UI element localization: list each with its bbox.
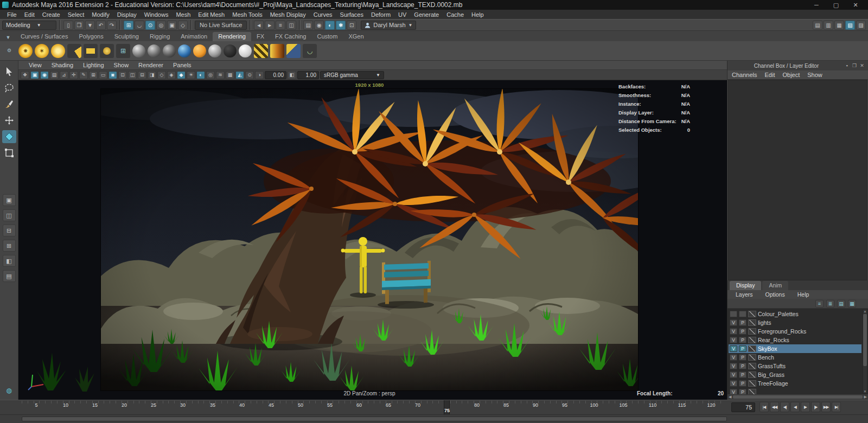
grid-toggle-icon[interactable]: ⊞ (89, 71, 98, 79)
layer-name[interactable]: Foreground_Rocks (758, 328, 806, 335)
channel-box-attribute-area[interactable] (728, 80, 867, 280)
minimize-button[interactable]: ─ (810, 2, 822, 9)
layer-name[interactable]: Colour_Palettes (758, 311, 799, 317)
make-live-icon[interactable]: ▣ (167, 21, 177, 30)
divider[interactable] (299, 20, 301, 30)
scroll-right-arrow-icon[interactable]: ▶ (864, 395, 867, 399)
snap-to-view-plane-icon[interactable]: ◇ (178, 21, 188, 30)
layers-menu[interactable]: Layers (732, 291, 762, 298)
black-hole-shader-icon[interactable] (224, 44, 237, 57)
toggle-outliner-icon[interactable]: ▨ (856, 21, 866, 30)
blinn-shader-ball-icon[interactable] (148, 44, 161, 57)
undo-icon[interactable]: ↶ (96, 21, 106, 30)
shelf-tab-xgen[interactable]: XGen (343, 32, 369, 41)
tab-anim[interactable]: Anim (762, 281, 788, 290)
panel-menu-show[interactable]: Show (109, 62, 134, 68)
checker-texture-icon[interactable] (254, 44, 268, 58)
new-scene-icon[interactable]: ▯ (63, 21, 73, 30)
layer-playback-toggle[interactable]: P (739, 389, 746, 394)
layer-row[interactable]: V P GrassTufts (729, 362, 861, 370)
menu-display[interactable]: Display (113, 11, 141, 18)
menu-generate[interactable]: Generate (410, 11, 443, 18)
save-scene-icon[interactable]: ▼ (85, 21, 95, 30)
rotate-tool[interactable] (2, 130, 16, 143)
layer-row[interactable]: V P Bench (729, 353, 861, 362)
shelf-menu-icon[interactable]: ▼ (1, 35, 15, 41)
ramp-texture-icon[interactable] (270, 44, 284, 58)
resolution-gate-icon[interactable]: ◙ (108, 71, 117, 79)
lambert-shader-ball-icon[interactable] (208, 44, 221, 57)
layer-row[interactable]: V P Big_Grass (729, 370, 861, 379)
shelf-tab-polygons[interactable]: Polygons (73, 32, 108, 41)
menu-curves[interactable]: Curves (310, 11, 336, 18)
gate-mask-icon[interactable]: ⊡ (118, 71, 127, 79)
scale-tool[interactable] (2, 146, 16, 159)
grease-pencil-icon[interactable]: ✎ (79, 71, 88, 79)
live-surface-field[interactable]: No Live Surface (195, 21, 247, 30)
layer-visibility-toggle[interactable]: V (730, 345, 737, 352)
layout-single-pane-button[interactable]: ▣ (3, 194, 16, 206)
area-light-icon[interactable] (84, 44, 98, 58)
layer-visibility-toggle[interactable]: V (730, 354, 737, 361)
menu-file[interactable]: File (3, 11, 21, 18)
options-menu[interactable]: Options (762, 291, 794, 298)
menu-surfaces[interactable]: Surfaces (336, 11, 367, 18)
layer-name[interactable]: TreeFoliage (758, 380, 788, 387)
select-tool[interactable] (2, 65, 16, 78)
layer-name[interactable]: SkyBox (758, 345, 777, 352)
shelf-tab-rigging[interactable]: Rigging (144, 32, 175, 41)
menu-mesh-tools[interactable]: Mesh Tools (228, 11, 266, 18)
layer-row-selected[interactable]: V P SkyBox (729, 344, 861, 353)
ramp-shader-ball-icon[interactable] (193, 44, 206, 57)
ipr-render-icon[interactable]: ◐ (325, 21, 335, 30)
sort-layers-down-icon[interactable]: ≣ (826, 300, 834, 307)
layer-color-swatch[interactable] (748, 380, 756, 387)
field-chart-icon[interactable]: ◫ (128, 71, 137, 79)
camera-attributes-icon[interactable]: ◉ (40, 71, 49, 79)
layer-list-horizontal-scrollbar[interactable]: ◀ ▶ (727, 394, 868, 400)
layout-hypershade-persp-button[interactable]: ▤ (3, 270, 16, 282)
spot-light-icon[interactable] (67, 44, 81, 58)
layer-visibility-toggle[interactable]: V (730, 328, 737, 335)
output-connections-icon[interactable]: ► (265, 21, 275, 30)
menu-create[interactable]: Create (39, 11, 64, 18)
layer-row[interactable]: V P lights (729, 318, 861, 327)
layout-persp-outliner-button[interactable]: ◧ (3, 255, 16, 267)
image-plane-icon[interactable]: ⊞ (116, 44, 130, 58)
xray-mode-icon[interactable]: ◭ (235, 71, 244, 79)
layer-visibility-toggle[interactable]: V (730, 337, 737, 343)
layout-four-pane-button[interactable]: ⊞ (3, 240, 16, 252)
layer-name[interactable]: Bench (758, 354, 774, 361)
ambient-light-icon[interactable]: ✷ (18, 44, 33, 58)
new-layer-from-selected-icon[interactable]: ▦ (848, 300, 856, 307)
shelf-tab-animation[interactable]: Animation (175, 32, 213, 41)
move-tool[interactable] (2, 114, 16, 127)
menu-cache[interactable]: Cache (443, 11, 468, 18)
layer-color-swatch[interactable] (748, 319, 756, 326)
snap-to-grid-icon[interactable]: ⊞ (124, 21, 133, 30)
panel-menu-shading[interactable]: Shading (47, 62, 78, 68)
paint-selection-tool[interactable] (2, 98, 16, 111)
view-transform-select[interactable]: sRGB gamma ▼ (320, 71, 384, 79)
phong-shader-ball-icon[interactable] (163, 44, 176, 57)
input-connections-icon[interactable]: ◄ (254, 21, 264, 30)
divider[interactable] (190, 20, 192, 30)
directional-light-icon[interactable]: ✶ (35, 44, 49, 58)
textured-mode-icon[interactable]: ◆ (177, 71, 186, 79)
layer-color-swatch[interactable] (748, 337, 756, 343)
user-account-menu[interactable]: Daryl Marsh ▼ (361, 21, 416, 30)
panel-menu-view[interactable]: View (24, 62, 47, 68)
2d-pan-zoom-icon[interactable]: ✛ (69, 71, 78, 79)
pin-panel-icon[interactable]: ▪ (843, 63, 851, 68)
layer-playback-toggle[interactable]: P (739, 319, 746, 326)
shaded-mode-icon[interactable]: ◈ (167, 71, 176, 79)
toggle-channel-box-icon[interactable]: ▧ (845, 21, 855, 30)
divider[interactable] (59, 20, 61, 30)
render-current-frame-icon[interactable]: ◉ (314, 21, 324, 30)
current-frame-field[interactable]: 75 (731, 402, 755, 412)
divider[interactable] (119, 20, 121, 30)
exposure-field[interactable]: 0.00 (265, 71, 286, 79)
edit-menu[interactable]: Edit (764, 72, 779, 78)
layer-color-swatch[interactable] (748, 311, 756, 317)
layer-playback-toggle[interactable]: P (739, 354, 746, 361)
